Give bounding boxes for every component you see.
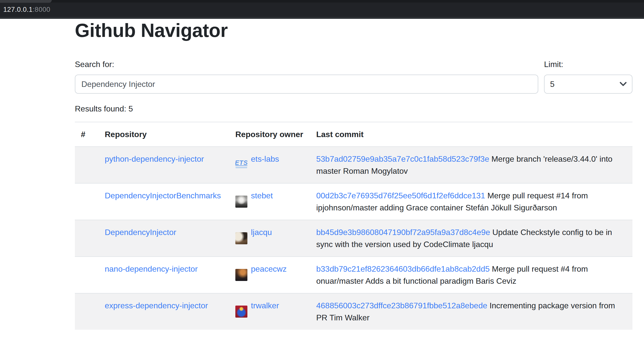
row-number-cell xyxy=(75,220,99,257)
url-port: :8000 xyxy=(33,6,50,13)
header-repository: Repository xyxy=(99,122,229,147)
results-count: Results found: 5 xyxy=(75,103,632,115)
owner-cell: trwalker xyxy=(229,293,310,330)
table-body: python-dependency-injector ETSets-labs 5… xyxy=(75,147,632,330)
search-label: Search for: xyxy=(75,58,538,70)
repository-link[interactable]: DependencyInjectorBenchmarks xyxy=(105,191,221,200)
repository-cell: express-dependency-injector xyxy=(99,293,229,330)
repository-link[interactable]: nano-dependency-injector xyxy=(105,264,198,273)
commit-hash-link[interactable]: bb45d9e3b98608047190bf72a95fa9a37d8c4e9e xyxy=(316,228,490,237)
last-commit-cell: 53b7ad02759e9ab35a7e7c0c1fab58d523c79f3e… xyxy=(310,147,632,183)
repository-cell: python-dependency-injector xyxy=(99,147,229,183)
table-header: # Repository Repository owner Last commi… xyxy=(75,122,632,147)
commit-hash-link[interactable]: 53b7ad02759e9ab35a7e7c0c1fab58d523c79f3e xyxy=(316,154,489,163)
limit-label: Limit: xyxy=(544,58,632,70)
url-host: 127.0.0.1 xyxy=(3,6,33,13)
header-last-commit: Last commit xyxy=(310,122,632,147)
page-title: Github Navigator xyxy=(75,19,632,42)
table-row: express-dependency-injector trwalker 468… xyxy=(75,293,632,330)
last-commit-cell: 00d2b3c7e76935d76f25ee50f6d1f2ef6ddce131… xyxy=(310,183,632,220)
repository-link[interactable]: python-dependency-injector xyxy=(105,154,204,163)
table-row: python-dependency-injector ETSets-labs 5… xyxy=(75,147,632,183)
browser-bottom-edge xyxy=(0,17,644,19)
table-row: DependencyInjector ljacqu bb45d9e3b98608… xyxy=(75,220,632,257)
repository-cell: nano-dependency-injector xyxy=(99,257,229,293)
owner-avatar xyxy=(235,196,247,208)
address-bar[interactable]: 127.0.0.1:8000 xyxy=(3,6,50,13)
owner-avatar xyxy=(235,269,247,281)
owner-cell: peacecwz xyxy=(229,257,310,293)
owner-link[interactable]: ljacqu xyxy=(251,228,272,237)
owner-link[interactable]: ets-labs xyxy=(251,154,279,163)
browser-tab-notch xyxy=(0,0,52,3)
owner-avatar xyxy=(235,306,247,318)
last-commit-cell: 468856003c273dffce23b86791fbbe512a8ebede… xyxy=(310,293,632,330)
browser-top-edge xyxy=(0,0,644,3)
row-number-cell xyxy=(75,147,99,183)
owner-link[interactable]: peacecwz xyxy=(251,264,287,273)
row-number-cell xyxy=(75,257,99,293)
row-number-cell xyxy=(75,183,99,220)
owner-cell: ETSets-labs xyxy=(229,147,310,183)
commit-hash-link[interactable]: 468856003c273dffce23b86791fbbe512a8ebede xyxy=(316,301,487,310)
last-commit-cell: bb45d9e3b98608047190bf72a95fa9a37d8c4e9e… xyxy=(310,220,632,257)
table-row: DependencyInjectorBenchmarks stebet 00d2… xyxy=(75,183,632,220)
row-number-cell xyxy=(75,293,99,330)
repository-link[interactable]: DependencyInjector xyxy=(105,228,176,237)
repository-link[interactable]: express-dependency-injector xyxy=(105,301,208,310)
limit-select[interactable]: 5 xyxy=(544,75,632,94)
limit-select-wrap: 5 xyxy=(544,75,632,94)
search-group: Search for: xyxy=(75,58,538,94)
owner-avatar: ETS xyxy=(235,158,247,170)
last-commit-cell: b33db79c21ef8262364603db66dfe1ab8cab2dd5… xyxy=(310,257,632,293)
table-row: nano-dependency-injector peacecwz b33db7… xyxy=(75,257,632,293)
owner-link[interactable]: trwalker xyxy=(251,301,279,310)
owner-cell: ljacqu xyxy=(229,220,310,257)
avatar-label: ETS xyxy=(235,159,247,166)
page-content: Github Navigator Search for: Limit: 5 Re… xyxy=(0,19,644,330)
owner-avatar xyxy=(235,232,247,244)
repository-cell: DependencyInjector xyxy=(99,220,229,257)
search-input[interactable] xyxy=(75,75,538,94)
header-owner: Repository owner xyxy=(229,122,310,147)
owner-cell: stebet xyxy=(229,183,310,220)
limit-group: Limit: 5 xyxy=(544,58,632,94)
commit-hash-link[interactable]: b33db79c21ef8262364603db66dfe1ab8cab2dd5 xyxy=(316,264,490,273)
search-form: Search for: Limit: 5 xyxy=(75,58,632,94)
owner-link[interactable]: stebet xyxy=(251,191,273,200)
header-number: # xyxy=(75,122,99,147)
repositories-table: # Repository Repository owner Last commi… xyxy=(75,122,632,330)
table-header-row: # Repository Repository owner Last commi… xyxy=(75,122,632,147)
browser-chrome: 127.0.0.1:8000 xyxy=(0,0,644,19)
repository-cell: DependencyInjectorBenchmarks xyxy=(99,183,229,220)
commit-hash-link[interactable]: 00d2b3c7e76935d76f25ee50f6d1f2ef6ddce131 xyxy=(316,191,485,200)
